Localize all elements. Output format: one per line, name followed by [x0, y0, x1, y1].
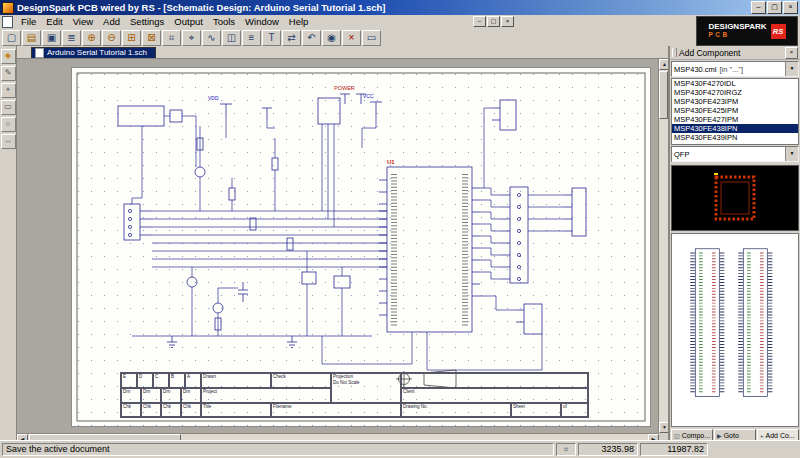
menu-output[interactable]: Output — [169, 16, 208, 27]
child-restore-button[interactable]: ▢ — [487, 16, 500, 27]
dimension-tool-icon[interactable]: ↔ — [1, 134, 16, 149]
library-combo[interactable]: MSP430.cml [in "..."] ▼ — [671, 61, 799, 77]
library-scope: [in "..."] — [720, 65, 744, 74]
revision-letter-cell: A — [185, 373, 201, 388]
drn-row: DrnDrnDrnDrn — [121, 388, 201, 403]
child-close-button[interactable]: × — [501, 16, 514, 27]
projection-cell: Projection Do Not Scale — [331, 373, 401, 403]
schematic-canvas[interactable]: POWER VCC VDD U1 EDCBA DrnDrnDr — [17, 59, 658, 433]
component-list-item[interactable]: MSP430FE423IPM — [672, 97, 798, 106]
revision-letter-cell: C — [153, 373, 169, 388]
vcc-label: VCC — [363, 93, 374, 99]
minimize-button[interactable]: – — [751, 1, 766, 14]
app-icon — [2, 2, 14, 14]
menu-help[interactable]: Help — [284, 16, 314, 27]
camera-icon[interactable]: ◉ — [322, 30, 341, 46]
chk-row: ChkChkChkChk — [121, 403, 201, 417]
panel-tab-icon: + — [760, 433, 764, 439]
grid-icon[interactable]: ⌗ — [162, 30, 181, 46]
circle-tool-icon[interactable]: ○ — [1, 117, 16, 132]
logo-text-pcb: PCB — [708, 32, 766, 39]
component-list-item[interactable]: MSP430FE425IPM — [672, 106, 798, 115]
schematic-doc-icon — [35, 48, 44, 58]
new-icon[interactable]: ▢ — [2, 30, 21, 46]
open-icon[interactable]: ▤ — [22, 30, 41, 46]
schematic-labels: POWER VCC VDD U1 — [208, 85, 395, 165]
menu-view[interactable]: View — [68, 16, 98, 27]
chk-cell: Chk — [141, 403, 161, 417]
title-cell: Title — [201, 403, 271, 417]
menu-file[interactable]: File — [16, 16, 41, 27]
chk-cell: Chk — [121, 403, 141, 417]
add-component-icon[interactable]: ◫ — [222, 30, 241, 46]
menu-window[interactable]: Window — [240, 16, 284, 27]
zoom-out-icon[interactable]: ⊖ — [102, 30, 121, 46]
rotate-icon[interactable]: ↶ — [302, 30, 321, 46]
menu-edit[interactable]: Edit — [41, 16, 67, 27]
component-list-item[interactable]: MSP430F4270IRGZ — [672, 88, 798, 97]
sheet-frame — [77, 73, 645, 421]
add-bus-icon[interactable]: ≡ — [242, 30, 261, 46]
menu-settings[interactable]: Settings — [125, 16, 169, 27]
symbol-preview — [671, 233, 799, 427]
sketch-tool-icon[interactable]: ✎ — [1, 66, 16, 81]
maximize-button[interactable]: ▢ — [767, 1, 782, 14]
library-name: MSP430.cml — [674, 65, 717, 74]
sheet-of-cell: of — [561, 403, 588, 417]
document-area: Arduino Serial Tutorial 1.sch — [17, 46, 668, 443]
panel-tab-label: Add Co... — [766, 432, 795, 439]
symbol-preview-drawing — [672, 234, 798, 426]
menu-bar: File Edit View Add Settings Output Tools… — [0, 15, 800, 28]
document-tab[interactable]: Arduino Serial Tutorial 1.sch — [31, 47, 156, 58]
workspace: ◈ ✎ ⌖ ▭ ○ ↔ Arduino Serial Tutorial 1.sc… — [0, 46, 800, 443]
drn-cell: Drn — [161, 388, 181, 403]
project-cell: Project — [201, 388, 331, 403]
select-tool-icon[interactable]: ◈ — [1, 49, 16, 64]
add-wire-icon[interactable]: ∿ — [202, 30, 221, 46]
origin-tool-icon[interactable]: ⌖ — [1, 83, 16, 98]
child-minimize-button[interactable]: – — [473, 16, 486, 27]
revision-letter-cell: E — [121, 373, 137, 388]
symbol-cell — [401, 373, 588, 388]
rs-badge: RS — [771, 24, 786, 39]
panel-grip[interactable] — [672, 48, 677, 57]
zoom-extents-icon[interactable]: ⊠ — [142, 30, 161, 46]
close-button[interactable]: × — [783, 1, 798, 14]
delete-icon[interactable]: × — [342, 30, 361, 46]
vertical-scroll-thumb[interactable] — [659, 71, 668, 119]
chevron-down-icon[interactable]: ▼ — [785, 62, 798, 76]
zoom-window-icon[interactable]: ⊞ — [122, 30, 141, 46]
revision-letter-cell: D — [137, 373, 153, 388]
print-icon[interactable]: ≣ — [62, 30, 81, 46]
zoom-in-icon[interactable]: ⊕ — [82, 30, 101, 46]
measure-icon[interactable]: ▭ — [362, 30, 381, 46]
menu-tools[interactable]: Tools — [208, 16, 240, 27]
revision-letter-row: EDCBA — [121, 373, 201, 388]
shape-tool-icon[interactable]: ▭ — [1, 100, 16, 115]
client-cell: Client — [401, 388, 588, 403]
component-list-item[interactable]: MSP430FE438IPN — [672, 124, 798, 133]
component-list[interactable]: MSP430F4270IDLMSP430F4270IRGZMSP430FE423… — [671, 78, 799, 145]
component-list-item[interactable]: MSP430FE439IPN — [672, 133, 798, 142]
component-list-item[interactable]: MSP430F4270IDL — [672, 79, 798, 88]
mirror-icon[interactable]: ⇄ — [282, 30, 301, 46]
panel-close-button[interactable]: × — [785, 47, 798, 59]
vertical-scrollbar[interactable]: ▲ ▼ — [658, 59, 668, 433]
status-message: Save the active document — [2, 443, 554, 456]
add-text-icon[interactable]: T — [262, 30, 281, 46]
check-cell: Check — [271, 373, 331, 388]
origin-icon[interactable]: ⌖ — [182, 30, 201, 46]
filename-cell: Filename — [271, 403, 401, 417]
schematic-sheet[interactable]: POWER VCC VDD U1 EDCBA DrnDrnDr — [71, 67, 651, 427]
chevron-down-icon[interactable]: ▼ — [785, 147, 798, 161]
component-list-item[interactable]: MSP430FE427IPM — [672, 115, 798, 124]
package-combo[interactable]: QFP ▼ — [671, 146, 799, 162]
designspark-logo: DESIGNSPARK PCB RS — [696, 16, 798, 46]
footprint-preview — [671, 165, 799, 231]
status-bar: Save the active document ⌗ 3235.98 11987… — [0, 440, 800, 458]
panel-header: Add Component × — [670, 46, 800, 60]
sheet-cell: Sheet — [511, 403, 561, 417]
panel-tab-icon: ◫ — [674, 432, 680, 439]
menu-add[interactable]: Add — [98, 16, 125, 27]
save-icon[interactable]: ▣ — [42, 30, 61, 46]
